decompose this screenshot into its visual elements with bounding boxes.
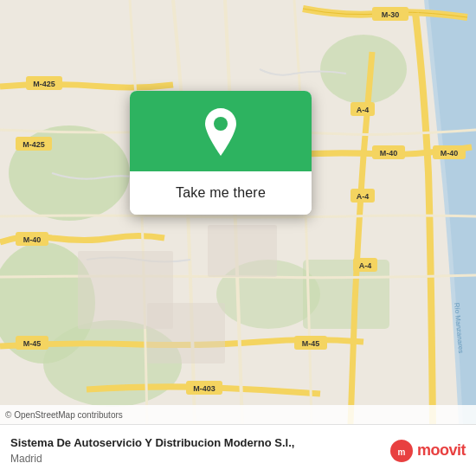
place-info: Sistema De Autoservicio Y Distribucion M… (10, 436, 294, 465)
svg-text:M-425: M-425 (23, 140, 45, 149)
svg-text:A-4: A-4 (359, 261, 372, 270)
svg-text:m: m (398, 447, 406, 457)
bottom-bar: Sistema De Autoservicio Y Distribucion M… (0, 424, 476, 476)
svg-text:M-403: M-403 (193, 384, 215, 393)
place-subtitle: Madrid (10, 453, 294, 465)
map-container: M-30 M-425 M-425 M-40 M-40 M-40 A-4 A-4 … (0, 0, 476, 424)
svg-text:M-40: M-40 (441, 149, 459, 158)
moovit-logo: m moovit (389, 439, 466, 463)
svg-text:M-45: M-45 (23, 339, 42, 348)
svg-text:M-40: M-40 (380, 149, 398, 158)
svg-rect-8 (208, 225, 277, 277)
location-pin-icon (202, 108, 240, 156)
svg-text:A-4: A-4 (357, 106, 370, 114)
svg-text:M-45: M-45 (302, 339, 320, 348)
moovit-text: moovit (417, 441, 466, 460)
attribution-bar: © OpenStreetMap contributors (0, 405, 476, 424)
take-me-there-button[interactable]: Take me there (130, 171, 312, 215)
svg-point-35 (214, 117, 228, 131)
moovit-icon: m (389, 439, 414, 463)
popup-card: Take me there (130, 91, 312, 215)
svg-text:M-40: M-40 (23, 235, 42, 244)
svg-point-2 (320, 35, 407, 104)
place-title: Sistema De Autoservicio Y Distribucion M… (10, 436, 294, 451)
attribution-text: © OpenStreetMap contributors (5, 410, 123, 420)
svg-text:A-4: A-4 (357, 192, 370, 201)
svg-rect-9 (147, 303, 225, 363)
svg-text:M-425: M-425 (33, 80, 55, 88)
svg-text:M-30: M-30 (382, 10, 400, 19)
popup-green-area (130, 91, 312, 171)
